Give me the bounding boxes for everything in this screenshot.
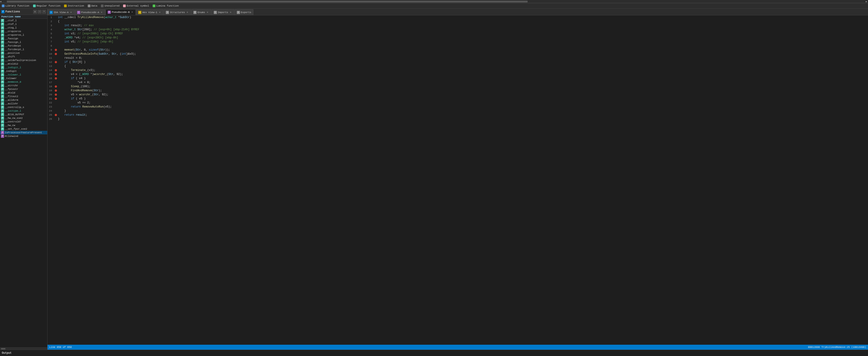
legend-item-lumina[interactable]: Lumina function	[153, 4, 179, 7]
function-list[interactable]: f__ctof_lf__ctof_lf__ctog_lf__cropzerosf…	[0, 19, 47, 347]
function-item[interactable]: f__shift	[0, 55, 47, 59]
code-line[interactable]: 14 Terminate_(v3);	[48, 68, 868, 72]
function-item[interactable]: f__tolower_l	[0, 73, 47, 77]
breakpoint-indicator[interactable]	[55, 98, 57, 100]
tab-imports[interactable]: IImports×	[212, 9, 234, 15]
function-item[interactable]: f__fassign	[0, 37, 47, 40]
scroll-right-arrow[interactable]: ▶	[866, 0, 867, 3]
breakpoint-indicator[interactable]	[55, 69, 57, 71]
code-line[interactable]: 18 Sleep_(100);	[48, 84, 868, 88]
function-item[interactable]: f__dtold	[0, 91, 47, 95]
function-item[interactable]: f__forcdecpt	[0, 44, 47, 48]
no-breakpoint-indicator[interactable]	[55, 118, 57, 120]
function-item[interactable]: f__mtold12	[0, 62, 47, 66]
panel-close-btn[interactable]: ×	[42, 10, 46, 13]
function-item[interactable]: f__setdefaultprecision	[0, 59, 47, 62]
scrollbar-thumb[interactable]	[7, 1, 528, 2]
tab-close-btn[interactable]: ×	[69, 11, 72, 14]
code-line[interactable]: 9 memset(Str, 0, sizeof(Str));	[48, 48, 868, 52]
function-item[interactable]: f__positive	[0, 51, 47, 55]
function-item[interactable]: f__set_fpsr_sse2	[0, 127, 47, 131]
code-line[interactable]: 17 *v4 = 0;	[48, 80, 868, 84]
code-line[interactable]: 20 v5 = wcsrchr_(Str, 92);	[48, 93, 868, 97]
code-line[interactable]: 11 result = 0;	[48, 56, 868, 60]
tab-hex-view-1[interactable]: HHex View-1×	[136, 9, 163, 15]
function-item[interactable]: f__cropzeros_l	[0, 33, 47, 37]
tab-enums[interactable]: EEnums×	[191, 9, 211, 15]
code-line[interactable]: 13 {	[48, 64, 868, 68]
no-breakpoint-indicator[interactable]	[55, 33, 57, 35]
code-content[interactable]: 1int __cdecl TryKillAndRemove(wchar_t *S…	[48, 15, 868, 345]
no-breakpoint-indicator[interactable]	[55, 65, 57, 67]
breakpoint-indicator[interactable]	[55, 61, 57, 63]
breakpoint-indicator[interactable]	[55, 85, 57, 87]
function-item[interactable]: f__cropzeros	[0, 30, 47, 33]
function-item[interactable]: f__fassign_l	[0, 40, 47, 44]
scrollbar-h-thumb[interactable]	[1, 348, 5, 350]
no-breakpoint-indicator[interactable]	[55, 110, 57, 112]
no-breakpoint-indicator[interactable]	[55, 29, 57, 31]
breakpoint-indicator[interactable]	[55, 49, 57, 51]
tab-close-btn[interactable]: ×	[206, 11, 209, 14]
no-breakpoint-indicator[interactable]	[55, 41, 57, 43]
function-item[interactable]: f__$I10_OUTPUT	[0, 113, 47, 116]
no-breakpoint-indicator[interactable]	[55, 102, 57, 104]
breakpoint-indicator[interactable]	[55, 73, 57, 75]
top-scrollbar[interactable]: ◀ ▶	[0, 0, 868, 3]
code-line[interactable]: 23 return RemoveAutoRun(v5);	[48, 105, 868, 109]
code-line[interactable]: 25 return result;	[48, 113, 868, 117]
code-line[interactable]: 19 FindAndRemove(Str);	[48, 88, 868, 93]
function-item[interactable]: f__ctof_l	[0, 19, 47, 22]
function-item[interactable]: f__fltout2	[0, 95, 47, 98]
code-line[interactable]: 5 int v3; // [esp+208h] [ebp-Ch] BYREF	[48, 32, 868, 36]
tab-close-btn[interactable]: ×	[130, 11, 134, 14]
code-line[interactable]: 8	[48, 44, 868, 48]
tab-pseudocode-a[interactable]: FPseudocode-A×	[75, 9, 105, 15]
tab-pseudocode-b[interactable]: FPseudocode-B×	[105, 9, 136, 15]
no-breakpoint-indicator[interactable]	[55, 37, 57, 39]
function-item[interactable]: f_isdigit	[0, 69, 47, 73]
function-item[interactable]: f__hw_cw	[0, 123, 47, 127]
breakpoint-indicator[interactable]	[55, 77, 57, 79]
code-line[interactable]: 12 if ( Str[0] )	[48, 60, 868, 64]
code-scroll[interactable]: 1int __cdecl TryKillAndRemove(wchar_t *S…	[48, 15, 868, 345]
code-line[interactable]: 24 }	[48, 109, 868, 113]
function-item[interactable]: f__controllp_s	[0, 106, 47, 109]
function-item[interactable]: f__strrchr	[0, 84, 47, 87]
function-item[interactable]: fRtlUnwind	[0, 134, 47, 138]
tab-close-btn[interactable]: ×	[100, 11, 103, 14]
code-line[interactable]: 21 if ( v5 )	[48, 97, 868, 101]
code-line[interactable]: 2{	[48, 20, 868, 24]
no-breakpoint-indicator[interactable]	[55, 45, 57, 47]
legend-item-unexplored[interactable]: Unexplored	[101, 4, 119, 7]
code-line[interactable]: 15 v4 = (_WORD *)wcsrchr_(Str, 92);	[48, 72, 868, 76]
scroll-left-arrow[interactable]: ◀	[0, 0, 1, 3]
legend-item-regular[interactable]: Regular function	[33, 4, 61, 7]
function-item[interactable]: f_tolower	[0, 77, 47, 80]
panel-options-btn[interactable]: ⚙	[33, 10, 37, 13]
function-item[interactable]: f__ctof_l	[0, 22, 47, 26]
no-breakpoint-indicator[interactable]	[55, 25, 57, 27]
tab-structures[interactable]: SStructures×	[164, 9, 191, 15]
function-item[interactable]: f__forcdecpt_l	[0, 48, 47, 51]
function-item[interactable]: f__isctype_l	[0, 109, 47, 113]
code-line[interactable]: 4 wchar_t Str[260]; // [esp+0h] [ebp-214…	[48, 28, 868, 32]
legend-item-instruction[interactable]: Instruction	[64, 4, 84, 7]
code-line[interactable]: 26}	[48, 117, 868, 121]
function-item[interactable]: fIsProcessorFeaturePresent	[0, 131, 47, 134]
no-breakpoint-indicator[interactable]	[55, 16, 57, 19]
function-item[interactable]: f__hw_cw_sse2	[0, 116, 47, 120]
legend-item-external[interactable]: External symbol	[123, 4, 149, 7]
function-item[interactable]: f__fptostr	[0, 87, 47, 91]
no-breakpoint-indicator[interactable]	[55, 81, 57, 83]
breakpoint-indicator[interactable]	[55, 94, 57, 96]
code-line[interactable]: 3 int result; // eax	[48, 24, 868, 28]
code-line[interactable]: 10 GetProcessModuleInfo(SubStr, Str, (in…	[48, 52, 868, 56]
tab-close-btn[interactable]: ×	[158, 11, 161, 14]
function-item[interactable]: f__isdigit_l	[0, 66, 47, 69]
function-item[interactable]: f__alldvrm	[0, 98, 47, 102]
function-panel-scrollbar-h[interactable]	[0, 347, 47, 350]
code-line[interactable]: 16 if ( v4 )	[48, 76, 868, 80]
tab-exports[interactable]: XExports	[235, 9, 253, 15]
tab-close-btn[interactable]: ×	[186, 11, 189, 14]
